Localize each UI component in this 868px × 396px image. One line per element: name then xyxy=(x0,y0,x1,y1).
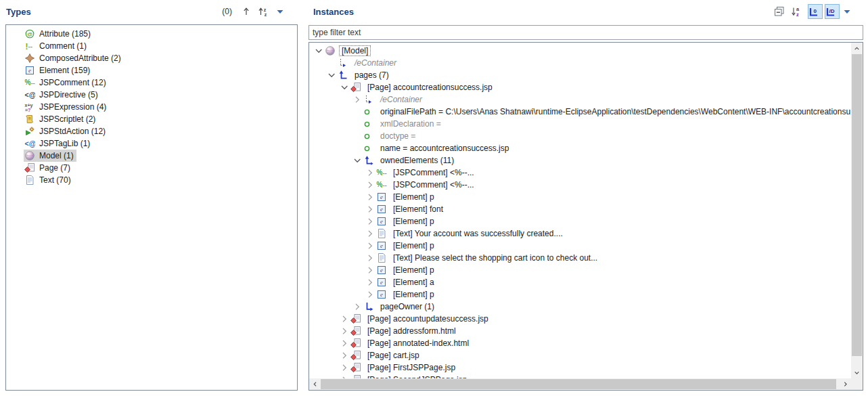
level-zero-icon: 0 xyxy=(808,6,819,17)
type-list-item-wrap: JSPStdAction (12) xyxy=(24,125,108,137)
tree-row[interactable]: pages (7) xyxy=(309,69,851,81)
tree-row[interactable]: [Model] xyxy=(309,45,851,57)
econtainer-icon xyxy=(363,94,374,105)
type-list-item[interactable]: @Attribute (185) xyxy=(6,28,297,40)
collapse-all-button[interactable] xyxy=(774,4,789,19)
type-list-item[interactable]: Model (1) xyxy=(6,150,297,162)
tree-row[interactable]: e[Element] font xyxy=(309,203,851,215)
tree-row[interactable]: originalFilePath = C:\Users\Anas Shatnaw… xyxy=(309,106,851,118)
scroll-left-icon[interactable] xyxy=(309,378,321,390)
tree-row[interactable]: [Page] accountcreationsuccess.jsp xyxy=(309,81,851,93)
expander-collapsed-icon[interactable] xyxy=(365,167,376,178)
svg-text:--: -- xyxy=(31,80,35,87)
expander-collapsed-icon[interactable] xyxy=(365,277,376,288)
type-list-item[interactable]: JSPScriptlet (2) xyxy=(6,113,297,125)
expander-collapsed-icon[interactable] xyxy=(365,179,376,190)
jsp-comment-icon: %-- xyxy=(24,77,35,88)
expander-collapsed-icon[interactable] xyxy=(339,362,350,373)
expander-collapsed-icon[interactable] xyxy=(365,265,376,276)
tree-row[interactable]: [Text] Your account was successfully cre… xyxy=(309,227,851,240)
type-list-item[interactable]: Text (70) xyxy=(6,174,297,186)
scroll-right-icon[interactable] xyxy=(840,378,851,390)
expander-expanded-icon[interactable] xyxy=(313,45,325,56)
tree-row[interactable]: e[Element] p xyxy=(309,264,851,276)
type-list-item[interactable]: %--JSPComment (12) xyxy=(6,76,297,89)
type-list-item[interactable]: <@JSPDirective (5) xyxy=(6,89,297,101)
tree-row[interactable]: e[Element] p xyxy=(309,240,851,252)
tree-node-label: [Element] p xyxy=(391,290,436,299)
type-list-item[interactable]: JSPStdAction (12) xyxy=(6,125,297,137)
view-menu-button[interactable] xyxy=(842,4,856,19)
type-label: Text (70) xyxy=(39,175,71,185)
ld-toggle-button[interactable]: /D xyxy=(825,4,840,19)
expander-collapsed-icon[interactable] xyxy=(365,204,376,215)
type-filter-input[interactable] xyxy=(309,25,863,40)
expander-collapsed-icon[interactable] xyxy=(365,240,376,251)
type-list-item-wrap: ComposedAttribute (2) xyxy=(24,52,124,64)
tree-row[interactable]: /eContainer xyxy=(309,57,851,69)
sort-alphabetical-button[interactable]: az xyxy=(791,4,806,19)
tree-row[interactable]: [Page] FirstJSPPage.jsp xyxy=(309,361,851,374)
expander-collapsed-icon[interactable] xyxy=(352,301,363,312)
jsp-comment-icon: %-- xyxy=(376,167,387,178)
svg-text:--: -- xyxy=(383,170,387,177)
tree-row[interactable]: %--[JSPComment] <%--... xyxy=(309,179,851,191)
tree-row[interactable]: name = accountcreationsuccess.jsp xyxy=(309,142,851,154)
vertical-scrollbar[interactable] xyxy=(851,43,863,378)
sort-asc-icon: zz xyxy=(258,6,269,17)
tree-row[interactable]: xmlDeclaration = xyxy=(309,118,851,130)
tree-row[interactable]: [Page] accountupdatesuccess.jsp xyxy=(309,313,851,325)
tree-row[interactable]: ownedElements (11) xyxy=(309,154,851,167)
tree-node-label: doctype = xyxy=(378,131,417,141)
scroll-up-icon[interactable] xyxy=(851,43,863,54)
expander-collapsed-icon[interactable] xyxy=(365,289,376,300)
sort-button[interactable]: zz xyxy=(258,4,273,19)
type-list-item[interactable]: !--Comment (1) xyxy=(6,40,297,52)
expander-collapsed-icon[interactable] xyxy=(365,192,376,202)
type-list-item[interactable]: <@JSPTagLib (1) xyxy=(6,137,297,150)
expander-collapsed-icon[interactable] xyxy=(352,94,363,105)
vertical-scroll-thumb[interactable] xyxy=(852,54,862,356)
expander-collapsed-icon[interactable] xyxy=(339,313,350,324)
tree-row[interactable]: [Page] annotated-index.html xyxy=(309,337,851,349)
tree-row[interactable]: pageOwner (1) xyxy=(309,301,851,313)
expander-collapsed-icon[interactable] xyxy=(365,252,376,263)
tree-row[interactable]: e[Element] p xyxy=(309,215,851,227)
svg-text:e: e xyxy=(380,194,383,200)
tree-row[interactable]: [Page] SecondJSPPage.jsp xyxy=(309,374,851,378)
tree-row[interactable]: /eContainer xyxy=(309,93,851,106)
tree-node-label: pages (7) xyxy=(352,70,391,80)
view-menu-button[interactable] xyxy=(275,4,290,19)
expander-collapsed-icon[interactable] xyxy=(365,216,376,227)
tree-row[interactable]: [Page] addressform.html xyxy=(309,325,851,337)
types-list: @Attribute (185)!--Comment (1)ComposedAt… xyxy=(5,24,298,391)
attribute-dot-icon xyxy=(363,118,374,129)
type-list-item[interactable]: ComposedAttribute (2) xyxy=(6,52,297,64)
type-list-item[interactable]: eElement (159) xyxy=(6,64,297,76)
expander-collapsed-icon[interactable] xyxy=(365,228,376,239)
expander-expanded-icon[interactable] xyxy=(339,82,350,93)
tree-row[interactable]: doctype = xyxy=(309,130,851,142)
ref-containment-icon xyxy=(338,70,348,81)
type-list-item[interactable]: Page (7) xyxy=(6,162,297,174)
tree-row[interactable]: e[Element] p xyxy=(309,288,851,301)
expander-expanded-icon[interactable] xyxy=(352,155,363,166)
scroll-down-icon[interactable] xyxy=(851,367,863,378)
jsp-expression-icon: x+y=? xyxy=(24,102,35,112)
tree-row[interactable]: e[Element] a xyxy=(309,276,851,288)
expander-collapsed-icon[interactable] xyxy=(339,326,350,336)
tree-row[interactable]: e[Element] p xyxy=(309,191,851,203)
expander-expanded-icon[interactable] xyxy=(326,70,338,81)
horizontal-scrollbar[interactable] xyxy=(309,378,851,390)
expander-collapsed-icon[interactable] xyxy=(339,338,350,349)
type-list-item-wrap: !--Comment (1) xyxy=(24,40,89,52)
tree-row[interactable]: %--[JSPComment] <%--... xyxy=(309,167,851,179)
type-list-item[interactable]: x+y=?JSPExpression (4) xyxy=(6,101,297,113)
l0-toggle-button[interactable]: 0 xyxy=(808,4,823,19)
tree-node-label: [Element] p xyxy=(391,192,436,202)
tree-row[interactable]: [Page] cart.jsp xyxy=(309,349,851,361)
horizontal-scroll-thumb[interactable] xyxy=(321,379,836,389)
expander-collapsed-icon[interactable] xyxy=(339,350,350,361)
tree-row[interactable]: [Text] Please select the shopping cart i… xyxy=(309,252,851,264)
scroll-up-button[interactable] xyxy=(241,4,256,19)
